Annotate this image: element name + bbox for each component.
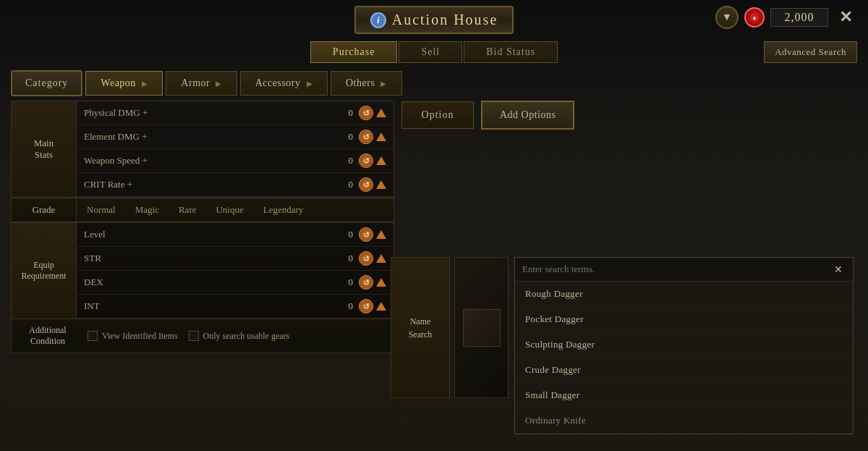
category-accessory[interactable]: Accessory ▶	[240, 71, 328, 96]
stat-up-button[interactable]	[376, 254, 386, 263]
usable-label: Only search usable gears	[203, 331, 290, 342]
tab-purchase[interactable]: Purchase	[310, 41, 398, 63]
stat-controls: ↺	[359, 299, 386, 313]
category-weapon[interactable]: Weapon ▶	[85, 71, 163, 96]
stat-name: STR	[84, 253, 318, 264]
search-result-item[interactable]: Ordinary Knife	[515, 408, 853, 434]
grade-magic[interactable]: Magic	[131, 201, 163, 219]
stat-up-button[interactable]	[376, 109, 386, 117]
stat-up-button[interactable]	[376, 230, 386, 239]
identified-checkbox[interactable]	[88, 331, 98, 341]
search-close-button[interactable]: ✕	[831, 262, 846, 277]
window-title: Auction House	[392, 12, 498, 28]
category-armor[interactable]: Armor ▶	[166, 71, 237, 96]
stat-up-button[interactable]	[376, 156, 386, 165]
stat-controls: ↺	[359, 177, 386, 192]
stat-value: 0	[324, 155, 353, 167]
grade-legendary[interactable]: Legendary	[259, 201, 308, 219]
name-search-input[interactable]	[522, 264, 825, 275]
grade-row: Grade Normal Magic Rare Unique Legendary	[12, 198, 393, 222]
usable-checkbox[interactable]	[189, 331, 199, 341]
currency-icon: ♦	[744, 7, 765, 28]
stat-row: DEX 0 ↺	[77, 271, 393, 295]
left-panel: MainStats Physical DMG + 0 ↺ Element DMG…	[11, 101, 394, 353]
stat-reset-button[interactable]: ↺	[359, 275, 373, 290]
equip-content: Level 0 ↺ STR 0 ↺ DEX	[77, 223, 393, 319]
stat-row: INT 0 ↺	[77, 295, 393, 319]
grade-label: Grade	[12, 198, 77, 222]
stat-reset-button[interactable]: ↺	[359, 251, 373, 266]
stat-reset-button[interactable]: ↺	[359, 130, 373, 144]
title-frame: i Auction House	[354, 6, 514, 34]
stat-value: 0	[324, 179, 353, 190]
category-row: Category Weapon ▶ Armor ▶ Accessory ▶ Ot…	[0, 66, 868, 101]
info-icon: i	[370, 12, 386, 28]
tab-sell[interactable]: Sell	[399, 41, 462, 63]
equip-section: EquipRequirement Level 0 ↺ STR 0 ↺	[12, 222, 393, 319]
option-add-row: Option Add Options	[401, 101, 857, 130]
svg-text:♦: ♦	[753, 14, 757, 22]
search-result-item[interactable]: Rough Dagger	[515, 282, 853, 307]
category-others[interactable]: Others ▶	[331, 71, 402, 96]
item-image	[463, 309, 501, 347]
stat-value: 0	[324, 300, 353, 312]
stat-name: CRIT Rate +	[84, 179, 318, 190]
close-button[interactable]: ✕	[834, 6, 857, 29]
stat-reset-button[interactable]: ↺	[359, 153, 373, 168]
stat-row: Element DMG + 0 ↺	[77, 125, 393, 149]
advanced-search-button[interactable]: Advanced Search	[764, 41, 857, 63]
search-result-item[interactable]: Crude Dagger	[515, 358, 853, 383]
stat-row: STR 0 ↺	[77, 247, 393, 271]
stat-reset-button[interactable]: ↺	[359, 106, 373, 120]
main-stats-label: MainStats	[12, 101, 77, 197]
search-result-item[interactable]: Small Dagger	[515, 383, 853, 408]
identified-checkbox-label[interactable]: View Identified Items	[88, 331, 178, 342]
stat-name: Element DMG +	[84, 131, 318, 143]
grade-options: Normal Magic Rare Unique Legendary	[77, 198, 393, 222]
grade-rare[interactable]: Rare	[174, 201, 201, 219]
weapon-arrow: ▶	[142, 80, 148, 88]
identified-label: View Identified Items	[102, 331, 178, 342]
stat-up-button[interactable]	[376, 278, 386, 287]
name-search-panel: ✕ Rough Dagger Pocket Dagger Sculpting D…	[514, 257, 854, 434]
stat-reset-button[interactable]: ↺	[359, 299, 373, 313]
category-label: Category	[11, 70, 82, 96]
stat-value: 0	[324, 229, 353, 240]
stat-name: INT	[84, 300, 318, 312]
download-button[interactable]: ▼	[715, 6, 739, 29]
item-thumbnail	[454, 257, 509, 398]
stat-value: 0	[324, 277, 353, 288]
equip-label: EquipRequirement	[12, 223, 77, 319]
grade-normal[interactable]: Normal	[82, 201, 120, 219]
stat-name: DEX	[84, 277, 318, 288]
stat-value: 0	[324, 107, 353, 119]
option-box: Option	[401, 101, 474, 129]
stat-reset-button[interactable]: ↺	[359, 227, 373, 242]
stat-controls: ↺	[359, 153, 386, 168]
tab-bid-status[interactable]: Bid Status	[464, 41, 558, 63]
stat-controls: ↺	[359, 275, 386, 290]
stat-up-button[interactable]	[376, 302, 386, 311]
additional-condition-row: AdditionalCondition View Identified Item…	[12, 319, 393, 353]
stat-row: Physical DMG + 0 ↺	[77, 101, 393, 125]
search-result-item[interactable]: Pocket Dagger	[515, 307, 853, 332]
additional-label: AdditionalCondition	[19, 325, 77, 347]
stat-reset-button[interactable]: ↺	[359, 177, 373, 192]
stat-up-button[interactable]	[376, 180, 386, 189]
currency-amount: 2,000	[770, 8, 828, 27]
stat-controls: ↺	[359, 130, 386, 144]
top-right-controls: ▼ ♦ 2,000 ✕	[715, 6, 857, 29]
stat-row: Weapon Speed + 0 ↺	[77, 149, 393, 173]
add-options-button[interactable]: Add Options	[481, 101, 574, 130]
stat-up-button[interactable]	[376, 132, 386, 141]
stat-row: CRIT Rate + 0 ↺	[77, 173, 393, 197]
search-result-item[interactable]: Sculpting Dagger	[515, 332, 853, 358]
main-stats-content: Physical DMG + 0 ↺ Element DMG + 0 ↺	[77, 101, 393, 197]
main-stats-section: MainStats Physical DMG + 0 ↺ Element DMG…	[12, 101, 393, 198]
search-input-row: ✕	[515, 258, 853, 282]
stat-controls: ↺	[359, 251, 386, 266]
stat-controls: ↺	[359, 227, 386, 242]
usable-checkbox-label[interactable]: Only search usable gears	[189, 331, 290, 342]
grade-unique[interactable]: Unique	[211, 201, 247, 219]
stat-controls: ↺	[359, 106, 386, 120]
